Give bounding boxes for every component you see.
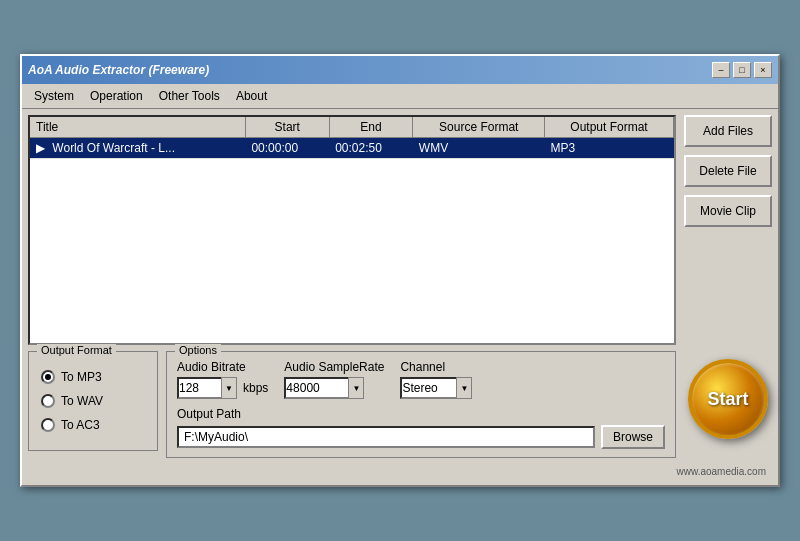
channel-row: Stereo Mono ▼	[400, 377, 472, 399]
bitrate-label: Audio Bitrate	[177, 360, 268, 374]
close-button[interactable]: ×	[754, 62, 772, 78]
table-row[interactable]: ▶ World Of Warcraft - L... 00:00:00 00:0…	[30, 138, 674, 159]
add-files-button[interactable]: Add Files	[684, 115, 772, 147]
radio-mp3-label: To MP3	[61, 370, 102, 384]
radio-wav-btn[interactable]	[41, 394, 55, 408]
samplerate-field: Audio SampleRate 48000 22050 44100 ▼	[284, 360, 384, 399]
samplerate-select-wrapper: 48000 22050 44100 ▼	[284, 377, 364, 399]
menu-other-tools[interactable]: Other Tools	[151, 86, 228, 106]
output-format-group: Output Format To MP3 To WAV To AC3	[28, 351, 158, 451]
output-path-label: Output Path	[177, 407, 665, 421]
website-text: www.aoamedia.com	[28, 464, 772, 479]
output-path-input[interactable]	[177, 426, 595, 448]
cell-output-format: MP3	[545, 138, 674, 159]
radio-mp3[interactable]: To MP3	[41, 370, 145, 384]
cell-title: ▶ World Of Warcraft - L...	[30, 138, 245, 159]
col-title: Title	[30, 117, 245, 138]
menu-about[interactable]: About	[228, 86, 275, 106]
menu-bar: System Operation Other Tools About	[22, 84, 778, 109]
channel-label: Channel	[400, 360, 472, 374]
bitrate-select[interactable]: 128 64 96 192 256 320	[177, 377, 237, 399]
col-end: End	[329, 117, 413, 138]
radio-wav-label: To WAV	[61, 394, 103, 408]
delete-file-button[interactable]: Delete File	[684, 155, 772, 187]
radio-ac3[interactable]: To AC3	[41, 418, 145, 432]
options-row-1: Audio Bitrate 128 64 96 192 256 320	[177, 360, 665, 399]
main-content: Title Start End Source Format Output For…	[22, 109, 778, 485]
main-window: AoA Audio Extractor (Freeware) – □ × Sys…	[20, 54, 780, 487]
minimize-button[interactable]: –	[712, 62, 730, 78]
col-start: Start	[245, 117, 329, 138]
kbps-label: kbps	[243, 381, 268, 395]
file-table-container: Title Start End Source Format Output For…	[28, 115, 676, 345]
channel-select[interactable]: Stereo Mono	[400, 377, 472, 399]
bottom-section: Output Format To MP3 To WAV To AC3 Opti	[28, 351, 772, 458]
play-icon: ▶	[36, 141, 45, 155]
channel-field: Channel Stereo Mono ▼	[400, 360, 472, 399]
options-group: Options Audio Bitrate 128 64 96 192	[166, 351, 676, 458]
start-button[interactable]: Start	[688, 359, 768, 439]
menu-operation[interactable]: Operation	[82, 86, 151, 106]
window-controls: – □ ×	[712, 62, 772, 78]
output-format-label: Output Format	[37, 344, 116, 356]
movie-clip-button[interactable]: Movie Clip	[684, 195, 772, 227]
cell-start: 00:00:00	[245, 138, 329, 159]
radio-ac3-btn[interactable]	[41, 418, 55, 432]
menu-system[interactable]: System	[26, 86, 82, 106]
col-source-format: Source Format	[413, 117, 545, 138]
title-bar: AoA Audio Extractor (Freeware) – □ ×	[22, 56, 778, 84]
bitrate-select-wrapper: 128 64 96 192 256 320 ▼	[177, 377, 237, 399]
bitrate-row: 128 64 96 192 256 320 ▼ kbps	[177, 377, 268, 399]
window-title: AoA Audio Extractor (Freeware)	[28, 63, 209, 77]
col-output-format: Output Format	[545, 117, 674, 138]
cell-end: 00:02:50	[329, 138, 413, 159]
maximize-button[interactable]: □	[733, 62, 751, 78]
channel-select-wrapper: Stereo Mono ▼	[400, 377, 472, 399]
options-label: Options	[175, 344, 221, 356]
path-row: Browse	[177, 425, 665, 449]
radio-ac3-label: To AC3	[61, 418, 100, 432]
file-table: Title Start End Source Format Output For…	[30, 117, 674, 159]
radio-wav[interactable]: To WAV	[41, 394, 145, 408]
browse-button[interactable]: Browse	[601, 425, 665, 449]
bitrate-field: Audio Bitrate 128 64 96 192 256 320	[177, 360, 268, 399]
samplerate-label: Audio SampleRate	[284, 360, 384, 374]
start-button-container: Start	[684, 351, 772, 439]
output-path-section: Output Path Browse	[177, 407, 665, 449]
samplerate-select[interactable]: 48000 22050 44100	[284, 377, 364, 399]
right-buttons: Add Files Delete File Movie Clip	[684, 115, 772, 345]
top-section: Title Start End Source Format Output For…	[28, 115, 772, 345]
samplerate-row: 48000 22050 44100 ▼	[284, 377, 384, 399]
cell-source-format: WMV	[413, 138, 545, 159]
radio-mp3-btn[interactable]	[41, 370, 55, 384]
